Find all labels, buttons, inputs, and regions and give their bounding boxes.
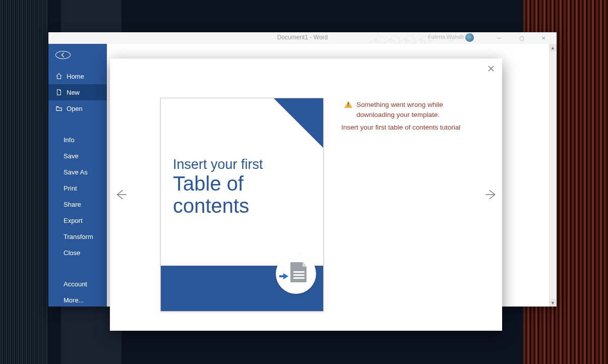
close-icon xyxy=(488,66,494,72)
nav-print[interactable]: Print xyxy=(48,180,107,196)
nav-export[interactable]: Export xyxy=(48,212,107,228)
warning-icon xyxy=(344,101,352,108)
nav-more[interactable]: More... xyxy=(48,292,107,307)
nav-save-as-label: Save As xyxy=(64,168,88,176)
minimize-button[interactable]: ─ xyxy=(488,32,510,44)
nav-new-label: New xyxy=(67,89,80,96)
backstage-sidebar: Home New Open xyxy=(48,44,107,307)
scrollbar-track[interactable]: ▲ ▼ xyxy=(549,44,557,307)
document-insert-icon xyxy=(285,262,307,285)
wallpaper-left xyxy=(0,0,48,364)
nav-close[interactable]: Close xyxy=(48,245,107,261)
template-title-line3: contents xyxy=(173,195,311,217)
template-title-line2: Table of xyxy=(173,172,311,195)
template-preview-dialog: New Insert your first Table of contents xyxy=(110,58,502,331)
previous-template-button[interactable] xyxy=(113,187,129,203)
template-title-line1: Insert your first xyxy=(173,157,311,172)
nav-open-label: Open xyxy=(67,105,83,112)
document-title: Document1 - Word xyxy=(277,34,328,41)
template-footer-band xyxy=(161,266,323,311)
nav-account-label: Account xyxy=(64,280,87,288)
nav-primary-group: Home New Open xyxy=(48,68,107,116)
nav-save-as[interactable]: Save As xyxy=(48,164,107,180)
error-message-text: Something went wrong while downloading y… xyxy=(356,100,480,119)
nav-save-label: Save xyxy=(64,152,79,160)
maximize-button[interactable]: ▢ xyxy=(510,32,532,44)
nav-export-label: Export xyxy=(64,217,83,224)
nav-transform[interactable]: Transform xyxy=(48,228,107,245)
nav-close-label: Close xyxy=(64,249,80,257)
nav-share-label: Share xyxy=(64,201,81,208)
user-name-label: Fatima Wahab xyxy=(428,34,464,40)
file-new-icon xyxy=(55,89,63,96)
nav-transform-label: Transform xyxy=(64,233,93,240)
home-icon xyxy=(55,73,63,80)
nav-account[interactable]: Account xyxy=(48,276,107,292)
template-thumbnail: New Insert your first Table of contents xyxy=(160,98,324,312)
next-template-button[interactable] xyxy=(483,187,499,203)
template-doc-badge xyxy=(276,254,316,294)
back-button[interactable] xyxy=(55,51,71,59)
error-message-block: Something went wrong while downloading y… xyxy=(344,100,480,133)
nav-more-label: More... xyxy=(64,296,84,304)
titlebar[interactable]: Document1 - Word Fatima Wahab ─ ▢ ✕ xyxy=(48,32,557,44)
desktop-background: Document1 - Word Fatima Wahab ─ ▢ ✕ Home xyxy=(0,0,608,364)
nav-save[interactable]: Save xyxy=(48,148,107,164)
folder-open-icon xyxy=(55,105,63,112)
nav-home-label: Home xyxy=(67,73,84,80)
nav-home[interactable]: Home xyxy=(48,68,107,84)
nav-info-label: Info xyxy=(64,136,75,144)
user-avatar[interactable] xyxy=(465,33,474,42)
nav-share[interactable]: Share xyxy=(48,196,107,212)
scrollbar-up-button[interactable]: ▲ xyxy=(549,44,557,51)
error-subtitle: Insert your first table of contents tuto… xyxy=(341,123,480,133)
arrow-left-icon xyxy=(114,188,128,201)
nav-secondary-group: Info Save Save As Print Share Export Tra… xyxy=(48,132,107,261)
nav-new[interactable]: New xyxy=(48,84,107,100)
nav-open[interactable]: Open xyxy=(48,100,107,116)
template-title-block: Insert your first Table of contents xyxy=(173,157,311,217)
close-window-button[interactable]: ✕ xyxy=(532,32,555,44)
scrollbar-down-button[interactable]: ▼ xyxy=(549,299,557,307)
nav-print-label: Print xyxy=(64,185,77,192)
arrow-left-icon xyxy=(59,51,67,58)
nav-info[interactable]: Info xyxy=(48,132,107,148)
arrow-right-icon xyxy=(484,188,498,201)
nav-footer-group: Account More... xyxy=(48,276,107,307)
dialog-close-button[interactable] xyxy=(485,63,497,75)
